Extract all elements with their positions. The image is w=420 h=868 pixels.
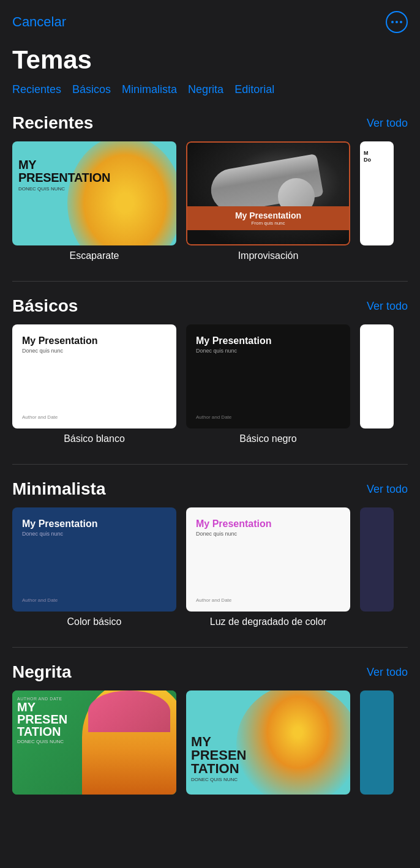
negrita2-title: MYPRESENTATION [191, 735, 246, 776]
escaparate-label: Escaparate [70, 250, 119, 261]
improvisacion-label: Improvisación [238, 250, 299, 261]
section-negrita-header: Negrita Ver todo [0, 662, 420, 690]
thumb-basicos-partial [360, 324, 394, 428]
improvisacion-title: My Presentation [192, 211, 344, 220]
minimalista-theme-row: My Presentation Donec quis nunc Author a… [0, 507, 420, 638]
basico-blanco-subtitle: Donec quis nunc [22, 348, 167, 354]
thumb-color-basico: My Presentation Donec quis nunc Author a… [12, 507, 176, 612]
basico-blanco-title: My Presentation [22, 335, 167, 346]
thumb-escaparate: MYPRESENTATION DONEC QUIS NUNC [12, 141, 176, 245]
filter-tab-recientes[interactable]: Recientes [12, 83, 72, 96]
escaparate-subtitle: DONEC QUIS NUNC [18, 186, 110, 192]
cancel-button[interactable]: Cancelar [12, 14, 66, 30]
negrita2-subtitle: DONEC QUIS NUNC [191, 777, 246, 782]
divider-basicos-minimalista [12, 464, 408, 465]
thumb-basico-negro: My Presentation Donec quis nunc Author a… [186, 324, 350, 428]
section-recientes: Recientes Ver todo MYPRESENTATION DONEC … [0, 107, 420, 279]
section-negrita-title: Negrita [12, 662, 71, 682]
divider-minimalista-negrita [12, 647, 408, 648]
section-minimalista-title: Minimalista [12, 479, 105, 499]
partial-title: MDo [364, 150, 390, 163]
recientes-see-all-button[interactable]: Ver todo [367, 117, 408, 130]
color-basico-label: Color básico [67, 616, 122, 627]
filter-tabs: Recientes Básicos Minimalista Negrita Ed… [0, 83, 420, 107]
thumb-negrita1: AUTHOR AND DATE MYPRESENTATION DONEC QUI… [12, 690, 176, 795]
more-options-button[interactable] [386, 11, 408, 33]
negrita2-text: MYPRESENTATION DONEC QUIS NUNC [191, 735, 246, 782]
filter-tab-minimalista[interactable]: Minimalista [122, 83, 188, 96]
color-basico-author: Author and Date [22, 597, 167, 603]
theme-card-recientes-partial[interactable]: MDo [360, 141, 394, 261]
negrita1-top [88, 690, 170, 732]
thumb-minimalista-partial [360, 507, 394, 612]
theme-card-basico-negro[interactable]: My Presentation Donec quis nunc Author a… [186, 324, 350, 444]
improvisacion-bar: My Presentation From quis nunc [186, 206, 350, 230]
theme-card-improvisacion[interactable]: My Presentation From quis nunc Improvisa… [186, 141, 350, 261]
escaparate-title: MYPRESENTATION [18, 159, 110, 184]
theme-card-negrita-partial[interactable] [360, 690, 394, 799]
basico-blanco-label: Básico blanco [64, 433, 125, 444]
theme-card-color-basico[interactable]: My Presentation Donec quis nunc Author a… [12, 507, 176, 627]
luz-degradado-title: My Presentation [196, 518, 340, 529]
thumb-recientes-partial: MDo [360, 141, 394, 245]
improvisacion-subtitle: From quis nunc [192, 220, 344, 226]
page-title: Temas [0, 39, 420, 83]
section-negrita: Negrita Ver todo AUTHOR AND DATE MYPRESE… [0, 656, 420, 817]
filter-tab-basicos[interactable]: Básicos [72, 83, 122, 96]
header: Cancelar [0, 0, 420, 39]
section-recientes-title: Recientes [12, 113, 93, 133]
filter-tab-editorial[interactable]: Editorial [234, 83, 285, 96]
section-basicos: Básicos Ver todo My Presentation Donec q… [0, 290, 420, 462]
thumb-improvisacion: My Presentation From quis nunc [186, 141, 350, 245]
luz-degradado-label: Luz de degradado de color [210, 616, 326, 627]
color-basico-title: My Presentation [22, 518, 167, 529]
filter-tab-negrita[interactable]: Negrita [188, 83, 234, 96]
improvisacion-bg: My Presentation From quis nunc [186, 141, 350, 245]
color-basico-content: My Presentation Donec quis nunc [22, 518, 167, 537]
basico-negro-label: Básico negro [239, 433, 296, 444]
divider-recientes-basicos [12, 281, 408, 282]
basico-negro-title: My Presentation [196, 335, 340, 346]
more-dots-icon [391, 21, 402, 23]
escaparate-bg: MYPRESENTATION DONEC QUIS NUNC [12, 141, 176, 245]
section-basicos-title: Básicos [12, 296, 78, 316]
basicos-theme-row: My Presentation Donec quis nunc Author a… [0, 324, 420, 455]
thumb-luz-degradado: My Presentation Donec quis nunc Author a… [186, 507, 350, 612]
negrita1-text: AUTHOR AND DATE MYPRESENTATION DONEC QUI… [17, 697, 67, 744]
theme-card-negrita1[interactable]: AUTHOR AND DATE MYPRESENTATION DONEC QUI… [12, 690, 176, 799]
theme-card-escaparate[interactable]: MYPRESENTATION DONEC QUIS NUNC Escaparat… [12, 141, 176, 261]
thumb-basico-blanco: My Presentation Donec quis nunc Author a… [12, 324, 176, 428]
thumb-negrita-partial [360, 690, 394, 795]
theme-card-luz-degradado[interactable]: My Presentation Donec quis nunc Author a… [186, 507, 350, 627]
section-minimalista-header: Minimalista Ver todo [0, 479, 420, 507]
basicos-see-all-button[interactable]: Ver todo [367, 300, 408, 313]
theme-card-basicos-partial[interactable] [360, 324, 394, 444]
luz-degradado-author: Author and Date [196, 597, 340, 603]
recientes-theme-row: MYPRESENTATION DONEC QUIS NUNC Escaparat… [0, 141, 420, 272]
basico-blanco-author: Author and Date [22, 414, 167, 420]
basico-negro-subtitle: Donec quis nunc [196, 348, 340, 354]
section-recientes-header: Recientes Ver todo [0, 113, 420, 141]
negrita2-person [236, 690, 350, 795]
basico-negro-content: My Presentation Donec quis nunc [196, 335, 340, 354]
negrita-theme-row: AUTHOR AND DATE MYPRESENTATION DONEC QUI… [0, 690, 420, 810]
theme-card-minimalista-partial[interactable] [360, 507, 394, 627]
negrita1-subtitle: DONEC QUIS NUNC [17, 739, 67, 744]
section-minimalista: Minimalista Ver todo My Presentation Don… [0, 473, 420, 645]
negrita1-title: MYPRESENTATION [17, 701, 67, 738]
minimalista-see-all-button[interactable]: Ver todo [367, 483, 408, 496]
negrita-see-all-button[interactable]: Ver todo [367, 666, 408, 679]
thumb-negrita2: MYPRESENTATION DONEC QUIS NUNC [186, 690, 350, 795]
theme-card-negrita2[interactable]: MYPRESENTATION DONEC QUIS NUNC [186, 690, 350, 799]
section-basicos-header: Básicos Ver todo [0, 296, 420, 324]
escaparate-text: MYPRESENTATION DONEC QUIS NUNC [18, 159, 110, 192]
basico-negro-author: Author and Date [196, 414, 340, 420]
luz-degradado-subtitle: Donec quis nunc [196, 531, 340, 537]
basico-blanco-content: My Presentation Donec quis nunc [22, 335, 167, 354]
luz-degradado-content: My Presentation Donec quis nunc [196, 518, 340, 537]
theme-card-basico-blanco[interactable]: My Presentation Donec quis nunc Author a… [12, 324, 176, 444]
color-basico-subtitle: Donec quis nunc [22, 531, 167, 537]
